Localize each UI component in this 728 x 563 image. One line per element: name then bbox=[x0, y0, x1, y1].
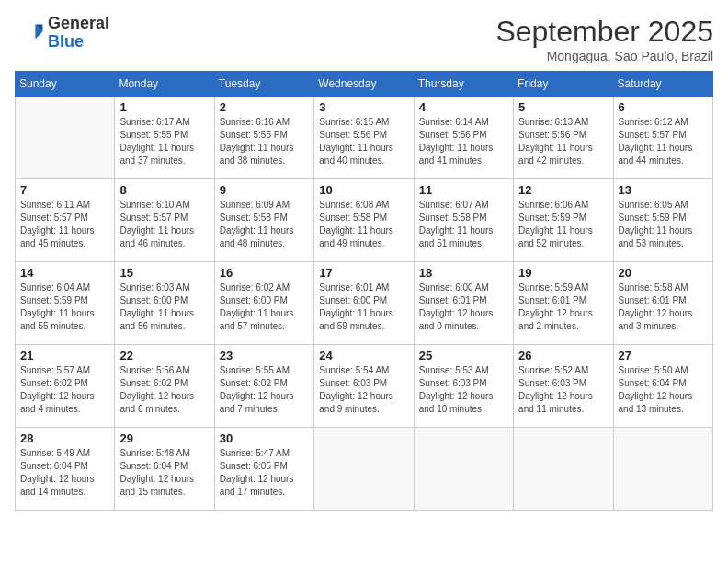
day-number: 16 bbox=[220, 266, 309, 280]
day-info: Sunrise: 6:10 AM Sunset: 5:57 PM Dayligh… bbox=[119, 199, 209, 250]
month-title: September 2025 bbox=[495, 15, 713, 49]
day-number: 12 bbox=[518, 183, 608, 197]
day-info: Sunrise: 5:53 AM Sunset: 6:03 PM Dayligh… bbox=[419, 364, 508, 416]
day-number: 18 bbox=[419, 266, 508, 280]
day-number: 17 bbox=[319, 266, 408, 280]
weekday-sunday: Sunday bbox=[16, 72, 115, 97]
day-cell: 12Sunrise: 6:06 AM Sunset: 5:59 PM Dayli… bbox=[514, 179, 613, 262]
day-info: Sunrise: 6:13 AM Sunset: 5:56 PM Dayligh… bbox=[518, 116, 608, 167]
calendar-table: SundayMondayTuesdayWednesdayThursdayFrid… bbox=[15, 71, 713, 511]
day-number: 14 bbox=[20, 266, 109, 280]
week-row-3: 14Sunrise: 6:04 AM Sunset: 5:59 PM Dayli… bbox=[16, 262, 713, 345]
day-cell: 26Sunrise: 5:52 AM Sunset: 6:03 PM Dayli… bbox=[514, 345, 613, 428]
day-info: Sunrise: 6:11 AM Sunset: 5:57 PM Dayligh… bbox=[20, 199, 109, 250]
week-row-5: 28Sunrise: 5:49 AM Sunset: 6:04 PM Dayli… bbox=[16, 428, 713, 511]
day-number: 28 bbox=[20, 431, 109, 445]
day-cell: 1Sunrise: 6:17 AM Sunset: 5:55 PM Daylig… bbox=[115, 97, 214, 179]
day-cell bbox=[613, 428, 712, 511]
day-info: Sunrise: 5:55 AM Sunset: 6:02 PM Dayligh… bbox=[220, 364, 309, 416]
day-cell bbox=[414, 428, 513, 511]
day-info: Sunrise: 5:50 AM Sunset: 6:04 PM Dayligh… bbox=[619, 364, 708, 416]
day-number: 7 bbox=[20, 183, 109, 197]
logo-text: General Blue bbox=[48, 15, 109, 52]
day-cell: 27Sunrise: 5:50 AM Sunset: 6:04 PM Dayli… bbox=[613, 345, 712, 428]
day-cell: 2Sunrise: 6:16 AM Sunset: 5:55 PM Daylig… bbox=[214, 97, 313, 179]
day-cell: 15Sunrise: 6:03 AM Sunset: 6:00 PM Dayli… bbox=[115, 262, 214, 345]
day-info: Sunrise: 6:17 AM Sunset: 5:55 PM Dayligh… bbox=[119, 116, 209, 167]
day-cell: 8Sunrise: 6:10 AM Sunset: 5:57 PM Daylig… bbox=[115, 179, 214, 262]
day-cell: 6Sunrise: 6:12 AM Sunset: 5:57 PM Daylig… bbox=[613, 97, 712, 179]
day-number: 9 bbox=[220, 183, 309, 197]
weekday-saturday: Saturday bbox=[613, 72, 712, 97]
weekday-friday: Friday bbox=[514, 72, 613, 97]
day-number: 1 bbox=[119, 100, 209, 114]
day-number: 8 bbox=[119, 183, 209, 197]
weekday-header-row: SundayMondayTuesdayWednesdayThursdayFrid… bbox=[16, 72, 713, 97]
day-info: Sunrise: 5:58 AM Sunset: 6:01 PM Dayligh… bbox=[619, 282, 708, 333]
day-cell: 9Sunrise: 6:09 AM Sunset: 5:58 PM Daylig… bbox=[214, 179, 313, 262]
day-cell: 18Sunrise: 6:00 AM Sunset: 6:01 PM Dayli… bbox=[414, 262, 513, 345]
calendar-body: 1Sunrise: 6:17 AM Sunset: 5:55 PM Daylig… bbox=[16, 97, 713, 511]
day-info: Sunrise: 6:15 AM Sunset: 5:56 PM Dayligh… bbox=[319, 116, 408, 167]
day-info: Sunrise: 5:47 AM Sunset: 6:05 PM Dayligh… bbox=[220, 447, 309, 499]
location-subtitle: Mongagua, Sao Paulo, Brazil bbox=[495, 49, 713, 63]
day-info: Sunrise: 6:02 AM Sunset: 6:00 PM Dayligh… bbox=[220, 282, 309, 333]
day-info: Sunrise: 5:49 AM Sunset: 6:04 PM Dayligh… bbox=[20, 447, 109, 499]
logo: General Blue bbox=[15, 15, 109, 52]
day-cell: 4Sunrise: 6:14 AM Sunset: 5:56 PM Daylig… bbox=[414, 97, 513, 179]
page-header: General Blue September 2025 Mongagua, Sa… bbox=[15, 15, 713, 63]
day-cell bbox=[514, 428, 613, 511]
day-number: 4 bbox=[419, 100, 508, 114]
day-info: Sunrise: 6:04 AM Sunset: 5:59 PM Dayligh… bbox=[20, 282, 109, 333]
day-cell: 28Sunrise: 5:49 AM Sunset: 6:04 PM Dayli… bbox=[16, 428, 115, 511]
week-row-2: 7Sunrise: 6:11 AM Sunset: 5:57 PM Daylig… bbox=[16, 179, 713, 262]
day-info: Sunrise: 6:09 AM Sunset: 5:58 PM Dayligh… bbox=[220, 199, 309, 250]
day-cell: 14Sunrise: 6:04 AM Sunset: 5:59 PM Dayli… bbox=[16, 262, 115, 345]
day-info: Sunrise: 6:01 AM Sunset: 6:00 PM Dayligh… bbox=[319, 282, 408, 333]
day-cell: 13Sunrise: 6:05 AM Sunset: 5:59 PM Dayli… bbox=[613, 179, 712, 262]
day-cell: 11Sunrise: 6:07 AM Sunset: 5:58 PM Dayli… bbox=[414, 179, 513, 262]
day-cell: 23Sunrise: 5:55 AM Sunset: 6:02 PM Dayli… bbox=[214, 345, 313, 428]
day-info: Sunrise: 6:00 AM Sunset: 6:01 PM Dayligh… bbox=[419, 282, 508, 333]
day-number: 3 bbox=[319, 100, 408, 114]
day-info: Sunrise: 5:52 AM Sunset: 6:03 PM Dayligh… bbox=[518, 364, 608, 416]
weekday-tuesday: Tuesday bbox=[214, 72, 313, 97]
day-info: Sunrise: 5:56 AM Sunset: 6:02 PM Dayligh… bbox=[119, 364, 209, 416]
day-cell: 25Sunrise: 5:53 AM Sunset: 6:03 PM Dayli… bbox=[414, 345, 513, 428]
day-number: 10 bbox=[319, 183, 408, 197]
day-info: Sunrise: 6:03 AM Sunset: 6:00 PM Dayligh… bbox=[119, 282, 209, 333]
day-cell: 19Sunrise: 5:59 AM Sunset: 6:01 PM Dayli… bbox=[514, 262, 613, 345]
day-info: Sunrise: 6:07 AM Sunset: 5:58 PM Dayligh… bbox=[419, 199, 508, 250]
day-number: 19 bbox=[518, 266, 608, 280]
day-number: 24 bbox=[319, 349, 408, 362]
day-info: Sunrise: 5:59 AM Sunset: 6:01 PM Dayligh… bbox=[518, 282, 608, 333]
day-cell: 22Sunrise: 5:56 AM Sunset: 6:02 PM Dayli… bbox=[115, 345, 214, 428]
title-block: September 2025 Mongagua, Sao Paulo, Braz… bbox=[495, 15, 713, 63]
day-cell: 20Sunrise: 5:58 AM Sunset: 6:01 PM Dayli… bbox=[613, 262, 712, 345]
day-number: 6 bbox=[619, 100, 708, 114]
day-number: 30 bbox=[220, 431, 309, 445]
day-number: 21 bbox=[20, 349, 109, 362]
day-number: 29 bbox=[119, 431, 209, 445]
day-info: Sunrise: 5:48 AM Sunset: 6:04 PM Dayligh… bbox=[119, 447, 209, 499]
day-cell: 17Sunrise: 6:01 AM Sunset: 6:00 PM Dayli… bbox=[314, 262, 414, 345]
logo-icon bbox=[15, 18, 44, 48]
day-info: Sunrise: 5:54 AM Sunset: 6:03 PM Dayligh… bbox=[319, 364, 408, 416]
day-number: 25 bbox=[419, 349, 508, 362]
day-cell: 7Sunrise: 6:11 AM Sunset: 5:57 PM Daylig… bbox=[16, 179, 115, 262]
day-number: 11 bbox=[419, 183, 508, 197]
week-row-4: 21Sunrise: 5:57 AM Sunset: 6:02 PM Dayli… bbox=[16, 345, 713, 428]
day-number: 15 bbox=[119, 266, 209, 280]
day-cell bbox=[314, 428, 414, 511]
day-number: 26 bbox=[518, 349, 608, 362]
day-cell: 30Sunrise: 5:47 AM Sunset: 6:05 PM Dayli… bbox=[214, 428, 313, 511]
day-number: 13 bbox=[619, 183, 708, 197]
day-number: 23 bbox=[220, 349, 309, 362]
day-info: Sunrise: 6:16 AM Sunset: 5:55 PM Dayligh… bbox=[220, 116, 309, 167]
day-number: 5 bbox=[518, 100, 608, 114]
weekday-monday: Monday bbox=[115, 72, 214, 97]
day-number: 2 bbox=[220, 100, 309, 114]
day-number: 20 bbox=[619, 266, 708, 280]
day-cell: 5Sunrise: 6:13 AM Sunset: 5:56 PM Daylig… bbox=[514, 97, 613, 179]
day-cell: 10Sunrise: 6:08 AM Sunset: 5:58 PM Dayli… bbox=[314, 179, 414, 262]
